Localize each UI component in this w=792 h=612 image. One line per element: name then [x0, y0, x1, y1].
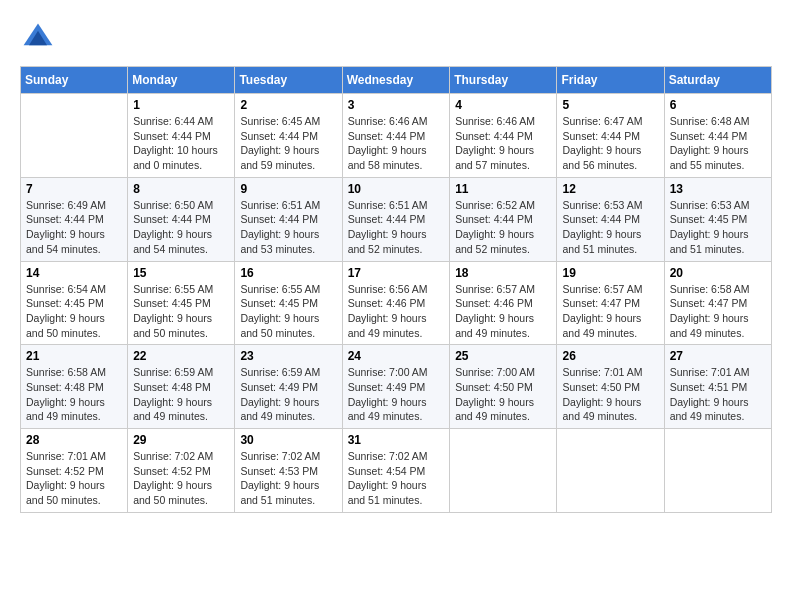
day-info: Sunrise: 6:46 AM Sunset: 4:44 PM Dayligh…	[348, 114, 445, 173]
day-cell: 15Sunrise: 6:55 AM Sunset: 4:45 PM Dayli…	[128, 261, 235, 345]
day-cell: 11Sunrise: 6:52 AM Sunset: 4:44 PM Dayli…	[450, 177, 557, 261]
day-cell: 4Sunrise: 6:46 AM Sunset: 4:44 PM Daylig…	[450, 94, 557, 178]
day-info: Sunrise: 6:58 AM Sunset: 4:48 PM Dayligh…	[26, 365, 122, 424]
day-number: 4	[455, 98, 551, 112]
day-info: Sunrise: 6:55 AM Sunset: 4:45 PM Dayligh…	[240, 282, 336, 341]
day-info: Sunrise: 6:51 AM Sunset: 4:44 PM Dayligh…	[240, 198, 336, 257]
day-info: Sunrise: 6:57 AM Sunset: 4:46 PM Dayligh…	[455, 282, 551, 341]
week-row-3: 14Sunrise: 6:54 AM Sunset: 4:45 PM Dayli…	[21, 261, 772, 345]
day-number: 26	[562, 349, 658, 363]
day-cell: 14Sunrise: 6:54 AM Sunset: 4:45 PM Dayli…	[21, 261, 128, 345]
day-cell: 10Sunrise: 6:51 AM Sunset: 4:44 PM Dayli…	[342, 177, 450, 261]
header-thursday: Thursday	[450, 67, 557, 94]
day-number: 8	[133, 182, 229, 196]
day-info: Sunrise: 7:02 AM Sunset: 4:53 PM Dayligh…	[240, 449, 336, 508]
day-info: Sunrise: 6:59 AM Sunset: 4:48 PM Dayligh…	[133, 365, 229, 424]
week-row-4: 21Sunrise: 6:58 AM Sunset: 4:48 PM Dayli…	[21, 345, 772, 429]
day-number: 11	[455, 182, 551, 196]
day-number: 12	[562, 182, 658, 196]
day-number: 7	[26, 182, 122, 196]
day-cell: 6Sunrise: 6:48 AM Sunset: 4:44 PM Daylig…	[664, 94, 771, 178]
logo	[20, 20, 62, 56]
day-number: 5	[562, 98, 658, 112]
day-info: Sunrise: 7:01 AM Sunset: 4:51 PM Dayligh…	[670, 365, 766, 424]
day-cell: 17Sunrise: 6:56 AM Sunset: 4:46 PM Dayli…	[342, 261, 450, 345]
day-number: 15	[133, 266, 229, 280]
day-cell	[21, 94, 128, 178]
day-cell: 8Sunrise: 6:50 AM Sunset: 4:44 PM Daylig…	[128, 177, 235, 261]
day-cell: 27Sunrise: 7:01 AM Sunset: 4:51 PM Dayli…	[664, 345, 771, 429]
day-number: 10	[348, 182, 445, 196]
day-cell: 12Sunrise: 6:53 AM Sunset: 4:44 PM Dayli…	[557, 177, 664, 261]
day-cell	[557, 429, 664, 513]
day-info: Sunrise: 6:55 AM Sunset: 4:45 PM Dayligh…	[133, 282, 229, 341]
day-info: Sunrise: 6:57 AM Sunset: 4:47 PM Dayligh…	[562, 282, 658, 341]
day-number: 3	[348, 98, 445, 112]
day-cell: 18Sunrise: 6:57 AM Sunset: 4:46 PM Dayli…	[450, 261, 557, 345]
day-info: Sunrise: 6:50 AM Sunset: 4:44 PM Dayligh…	[133, 198, 229, 257]
day-number: 28	[26, 433, 122, 447]
day-cell: 2Sunrise: 6:45 AM Sunset: 4:44 PM Daylig…	[235, 94, 342, 178]
day-number: 14	[26, 266, 122, 280]
day-number: 24	[348, 349, 445, 363]
day-number: 16	[240, 266, 336, 280]
day-cell: 24Sunrise: 7:00 AM Sunset: 4:49 PM Dayli…	[342, 345, 450, 429]
header-sunday: Sunday	[21, 67, 128, 94]
day-info: Sunrise: 6:59 AM Sunset: 4:49 PM Dayligh…	[240, 365, 336, 424]
day-info: Sunrise: 6:53 AM Sunset: 4:45 PM Dayligh…	[670, 198, 766, 257]
day-cell: 19Sunrise: 6:57 AM Sunset: 4:47 PM Dayli…	[557, 261, 664, 345]
calendar: SundayMondayTuesdayWednesdayThursdayFrid…	[20, 66, 772, 513]
day-number: 23	[240, 349, 336, 363]
day-cell: 26Sunrise: 7:01 AM Sunset: 4:50 PM Dayli…	[557, 345, 664, 429]
day-info: Sunrise: 6:56 AM Sunset: 4:46 PM Dayligh…	[348, 282, 445, 341]
day-cell	[664, 429, 771, 513]
day-number: 25	[455, 349, 551, 363]
day-info: Sunrise: 6:58 AM Sunset: 4:47 PM Dayligh…	[670, 282, 766, 341]
day-cell: 23Sunrise: 6:59 AM Sunset: 4:49 PM Dayli…	[235, 345, 342, 429]
day-number: 9	[240, 182, 336, 196]
day-cell: 30Sunrise: 7:02 AM Sunset: 4:53 PM Dayli…	[235, 429, 342, 513]
day-info: Sunrise: 6:54 AM Sunset: 4:45 PM Dayligh…	[26, 282, 122, 341]
day-number: 17	[348, 266, 445, 280]
header-wednesday: Wednesday	[342, 67, 450, 94]
day-info: Sunrise: 6:51 AM Sunset: 4:44 PM Dayligh…	[348, 198, 445, 257]
day-info: Sunrise: 6:47 AM Sunset: 4:44 PM Dayligh…	[562, 114, 658, 173]
day-number: 27	[670, 349, 766, 363]
day-cell: 7Sunrise: 6:49 AM Sunset: 4:44 PM Daylig…	[21, 177, 128, 261]
day-cell: 25Sunrise: 7:00 AM Sunset: 4:50 PM Dayli…	[450, 345, 557, 429]
header-tuesday: Tuesday	[235, 67, 342, 94]
day-info: Sunrise: 7:02 AM Sunset: 4:54 PM Dayligh…	[348, 449, 445, 508]
day-number: 19	[562, 266, 658, 280]
week-row-2: 7Sunrise: 6:49 AM Sunset: 4:44 PM Daylig…	[21, 177, 772, 261]
day-number: 1	[133, 98, 229, 112]
day-number: 20	[670, 266, 766, 280]
day-number: 18	[455, 266, 551, 280]
day-info: Sunrise: 6:49 AM Sunset: 4:44 PM Dayligh…	[26, 198, 122, 257]
day-number: 22	[133, 349, 229, 363]
day-cell	[450, 429, 557, 513]
day-number: 29	[133, 433, 229, 447]
day-cell: 22Sunrise: 6:59 AM Sunset: 4:48 PM Dayli…	[128, 345, 235, 429]
day-cell: 1Sunrise: 6:44 AM Sunset: 4:44 PM Daylig…	[128, 94, 235, 178]
day-cell: 31Sunrise: 7:02 AM Sunset: 4:54 PM Dayli…	[342, 429, 450, 513]
day-info: Sunrise: 7:01 AM Sunset: 4:52 PM Dayligh…	[26, 449, 122, 508]
day-cell: 9Sunrise: 6:51 AM Sunset: 4:44 PM Daylig…	[235, 177, 342, 261]
calendar-header-row: SundayMondayTuesdayWednesdayThursdayFrid…	[21, 67, 772, 94]
day-cell: 20Sunrise: 6:58 AM Sunset: 4:47 PM Dayli…	[664, 261, 771, 345]
day-info: Sunrise: 6:44 AM Sunset: 4:44 PM Dayligh…	[133, 114, 229, 173]
day-info: Sunrise: 6:53 AM Sunset: 4:44 PM Dayligh…	[562, 198, 658, 257]
header-friday: Friday	[557, 67, 664, 94]
day-number: 13	[670, 182, 766, 196]
header-monday: Monday	[128, 67, 235, 94]
logo-icon	[20, 20, 56, 56]
day-info: Sunrise: 7:00 AM Sunset: 4:49 PM Dayligh…	[348, 365, 445, 424]
day-cell: 21Sunrise: 6:58 AM Sunset: 4:48 PM Dayli…	[21, 345, 128, 429]
day-cell: 29Sunrise: 7:02 AM Sunset: 4:52 PM Dayli…	[128, 429, 235, 513]
page-header	[20, 20, 772, 56]
day-number: 2	[240, 98, 336, 112]
day-info: Sunrise: 7:01 AM Sunset: 4:50 PM Dayligh…	[562, 365, 658, 424]
day-number: 21	[26, 349, 122, 363]
header-saturday: Saturday	[664, 67, 771, 94]
day-cell: 28Sunrise: 7:01 AM Sunset: 4:52 PM Dayli…	[21, 429, 128, 513]
day-cell: 3Sunrise: 6:46 AM Sunset: 4:44 PM Daylig…	[342, 94, 450, 178]
